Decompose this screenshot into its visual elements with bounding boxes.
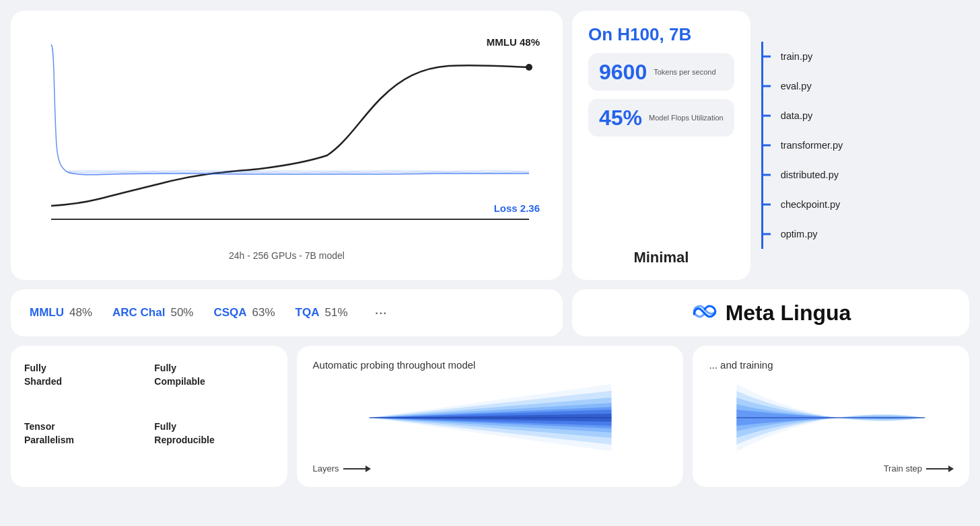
feature-fully-compilable: FullyCompilable: [154, 362, 273, 412]
training-svg: [709, 377, 953, 458]
chart-xlabel: 24h - 256 GPUs - 7B model: [27, 250, 547, 261]
file-data: data.py: [761, 101, 843, 130]
h100-title: On H100, 7B: [588, 24, 734, 45]
tokens-number: 9600: [599, 61, 647, 83]
h100-footer: Minimal: [588, 249, 734, 266]
file-checkpoint: checkpoint.py: [761, 190, 843, 219]
benchmark-csqa: CSQA 63%: [213, 306, 275, 320]
benchmark-arc: ARC Chal 50%: [112, 306, 193, 320]
benchmark-mmlu: MMLU 48%: [30, 306, 92, 320]
file-train: train.py: [761, 42, 843, 71]
probing-arrow: [343, 468, 370, 469]
training-card: ... and training Train step: [693, 346, 969, 487]
benchmark-csqa-value: 63%: [252, 306, 275, 320]
feature-fully-sharded: FullySharded: [24, 362, 143, 412]
benchmark-mmlu-value: 48%: [69, 306, 92, 320]
file-tree-area: train.py eval.py data.py transformer.py …: [750, 11, 843, 280]
benchmark-mmlu-name: MMLU: [30, 306, 64, 320]
benchmark-arc-value: 50%: [170, 306, 193, 320]
file-distributed: distributed.py: [761, 160, 843, 190]
meta-lingua-logo: Meta Lingua: [691, 299, 851, 327]
meta-icon: [691, 299, 719, 327]
flops-stat-box: 45% Model Flops Utilization: [588, 99, 734, 137]
mmlu-chart-label: MMLU 48%: [487, 36, 540, 48]
svg-point-1: [526, 64, 532, 71]
training-svg: [27, 31, 547, 233]
benchmark-tqa-value: 51%: [325, 306, 348, 320]
bottom-row: FullySharded FullyCompilable TensorParal…: [11, 346, 969, 487]
benchmark-tqa: TQA 51%: [295, 306, 348, 320]
file-eval: eval.py: [761, 71, 843, 101]
training-chart-card: MMLU 48% Loss 2.36 24h - 256 GPUs - 7B m…: [11, 11, 563, 280]
benchmark-csqa-name: CSQA: [213, 306, 246, 320]
benchmark-arc-name: ARC Chal: [112, 306, 165, 320]
training-title: ... and training: [709, 359, 953, 371]
chart-area: MMLU 48% Loss 2.36: [27, 31, 547, 246]
file-optim: optim.py: [761, 219, 843, 249]
tokens-stat-box: 9600 Tokens per second: [588, 53, 734, 91]
benchmark-tqa-name: TQA: [295, 306, 320, 320]
probing-svg: [313, 377, 668, 458]
feature-tensor-parallelism: TensorParallelism: [24, 420, 143, 471]
meta-lingua-name: Meta Lingua: [726, 301, 851, 326]
probing-card: Automatic probing throughout model: [297, 346, 684, 487]
flops-label: Model Flops Utilization: [649, 113, 724, 122]
flops-number: 45%: [599, 107, 642, 128]
benchmark-more-dots[interactable]: ···: [375, 304, 387, 322]
top-right-area: On H100, 7B 9600 Tokens per second 45% M…: [572, 11, 969, 280]
h100-card: On H100, 7B 9600 Tokens per second 45% M…: [572, 11, 750, 280]
feature-fully-reproducible: FullyReproducible: [154, 420, 273, 471]
training-arrow: [926, 468, 953, 469]
loss-chart-label: Loss 2.36: [494, 202, 540, 214]
tokens-label: Tokens per second: [654, 67, 715, 77]
file-transformer: transformer.py: [761, 130, 843, 160]
probing-title: Automatic probing throughout model: [313, 359, 668, 371]
meta-lingua-card: Meta Lingua: [572, 289, 969, 336]
features-card: FullySharded FullyCompilable TensorParal…: [11, 346, 287, 487]
training-xlabel: Train step: [709, 463, 953, 474]
benchmarks-card: MMLU 48% ARC Chal 50% CSQA 63% TQA 51% ·…: [11, 289, 563, 336]
probing-xlabel: Layers: [313, 463, 668, 474]
